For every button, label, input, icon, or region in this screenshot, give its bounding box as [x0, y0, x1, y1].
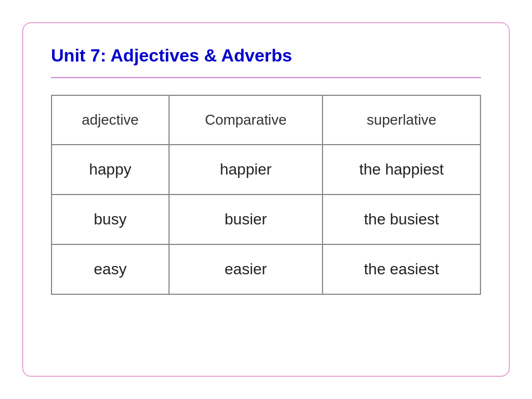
- page-title: Unit 7: Adjectives & Adverbs: [51, 45, 481, 66]
- cell-the-happiest: the happiest: [323, 145, 480, 195]
- cell-happy: happy: [52, 145, 169, 195]
- table-row: happy happier the happiest: [52, 145, 480, 195]
- header-adjective: adjective: [52, 95, 169, 145]
- table-row: busy busier the busiest: [52, 195, 480, 244]
- cell-easier: easier: [169, 244, 323, 294]
- table-row: easy easier the easiest: [52, 244, 480, 294]
- cell-happier: happier: [169, 145, 323, 195]
- adjectives-table: adjective Comparative superlative happy …: [51, 95, 481, 295]
- card: Unit 7: Adjectives & Adverbs adjective C…: [22, 22, 510, 377]
- cell-easy: easy: [52, 244, 169, 294]
- cell-busy: busy: [52, 195, 169, 244]
- cell-the-busiest: the busiest: [323, 195, 480, 244]
- header-comparative: Comparative: [169, 95, 323, 145]
- header-superlative: superlative: [323, 95, 480, 145]
- cell-busier: busier: [169, 195, 323, 244]
- table-header-row: adjective Comparative superlative: [52, 95, 480, 145]
- divider: [51, 77, 481, 78]
- cell-the-easiest: the easiest: [323, 244, 480, 294]
